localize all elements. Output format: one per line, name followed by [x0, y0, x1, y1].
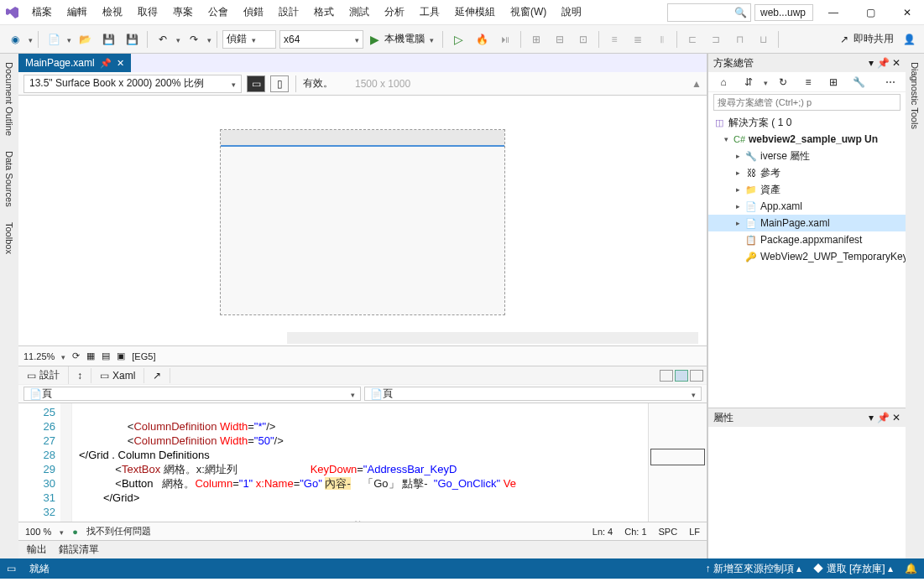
tree-item-mainpage-xaml[interactable]: ▸📄MainPage.xaml — [708, 215, 906, 231]
sync-dropdown[interactable] — [764, 76, 768, 88]
properties-header[interactable]: 屬性 ▾ 📌 ✕ — [708, 408, 906, 427]
solution-search-input[interactable] — [713, 94, 901, 111]
more-icon[interactable]: ⋯ — [880, 72, 901, 92]
menu-project[interactable]: 專案 — [166, 2, 200, 23]
tree-item-key[interactable]: 🔑WebView2_UWP_TemporaryKey — [708, 248, 906, 265]
chevron-right-icon[interactable]: ▸ — [733, 152, 742, 160]
toolbox-tab[interactable]: Toolbox — [3, 219, 16, 257]
menu-window[interactable]: 視窗(W) — [504, 2, 553, 23]
tree-project[interactable]: ▾C#webview2_sample_uwp Un — [708, 131, 906, 148]
zoom-value[interactable]: 11.25% — [23, 351, 55, 361]
menu-format[interactable]: 格式 — [307, 2, 341, 23]
code-editor[interactable]: 2526272829303132 <ColumnDefinition Width… — [18, 403, 707, 522]
chevron-right-icon[interactable]: ▸ — [733, 169, 742, 177]
align-b-button[interactable]: ≣ — [628, 29, 648, 49]
output-tab[interactable]: 輸出 — [27, 543, 47, 557]
menu-help[interactable]: 說明 — [555, 2, 588, 23]
home-icon[interactable]: ⌂ — [713, 72, 733, 92]
new-item-dropdown[interactable] — [67, 34, 71, 45]
refresh-icon[interactable]: ↻ — [773, 72, 793, 92]
new-item-button[interactable]: 📄 — [44, 29, 64, 49]
align-c-button[interactable]: ⫴ — [651, 29, 671, 49]
properties-icon[interactable]: 🔧 — [848, 72, 869, 92]
layout-horizontal-button[interactable] — [675, 370, 688, 382]
minimize-button[interactable]: — — [817, 0, 850, 25]
error-list-tab[interactable]: 錯誤清單 — [59, 543, 99, 557]
chevron-down-icon[interactable]: ▾ — [722, 135, 730, 143]
collapse-icon[interactable]: ≡ — [798, 72, 818, 92]
chevron-right-icon[interactable]: ▸ — [733, 202, 742, 210]
pin-icon[interactable]: 📌 — [877, 57, 890, 69]
save-all-button[interactable]: 💾 — [122, 29, 142, 49]
ch-label[interactable]: Ch: 1 — [624, 527, 646, 537]
layout-d-button[interactable]: ⊔ — [753, 29, 773, 49]
menu-tools[interactable]: 工具 — [413, 2, 446, 23]
undo-button[interactable]: ↶ — [153, 29, 173, 49]
stop-button[interactable]: ⏯ — [495, 29, 515, 49]
show-all-icon[interactable]: ⊞ — [823, 72, 843, 92]
editor-zoom[interactable]: 100 % — [25, 527, 51, 537]
nav-right-dropdown[interactable]: 📄 頁 — [364, 387, 702, 401]
layout-c-button[interactable]: ⊓ — [729, 29, 749, 49]
open-button[interactable]: 📂 — [75, 29, 95, 49]
tree-solution-root[interactable]: ◫解決方案 ( 1 0 — [708, 114, 906, 131]
undo-dropdown[interactable] — [176, 34, 180, 45]
lf-label[interactable]: LF — [689, 527, 700, 537]
menu-design[interactable]: 設計 — [272, 2, 305, 23]
quick-search[interactable]: 🔍 — [667, 3, 751, 22]
redo-button[interactable]: ↷ — [184, 29, 204, 49]
close-tab-icon[interactable]: ✕ — [117, 58, 124, 69]
tree-item-manifest[interactable]: 📋Package.appxmanifest — [708, 231, 906, 248]
scroll-up-button[interactable]: ▲ — [692, 78, 702, 90]
data-sources-tab[interactable]: Data Sources — [3, 148, 16, 210]
add-source-control-button[interactable]: ↑ 新增至來源控制項 ▴ — [706, 562, 802, 576]
menu-view[interactable]: 檢視 — [96, 2, 129, 23]
ln-label[interactable]: Ln: 4 — [593, 527, 613, 537]
menu-extensions[interactable]: 延伸模組 — [448, 2, 502, 23]
nav-back-dropdown[interactable] — [29, 34, 33, 45]
menu-public[interactable]: 公會 — [201, 2, 235, 23]
admin-icon[interactable]: 👤 — [899, 29, 919, 49]
spc-label[interactable]: SPC — [659, 527, 678, 537]
close-button[interactable]: ✕ — [890, 0, 924, 25]
menu-debug[interactable]: 偵錯 — [237, 2, 270, 23]
diagnostic-tools-tab[interactable]: Diagnostic Tools — [908, 59, 921, 132]
grid-b-icon[interactable]: ▤ — [102, 351, 110, 361]
menu-edit[interactable]: 編輯 — [60, 2, 94, 23]
project-name-label[interactable]: web...uwp — [754, 4, 813, 21]
layout-b-button[interactable]: ⊐ — [706, 29, 726, 49]
chevron-right-icon[interactable]: ▸ — [733, 185, 742, 194]
save-button[interactable]: 💾 — [98, 29, 118, 49]
dropdown-icon[interactable]: ▾ — [869, 57, 874, 69]
config-select[interactable]: 偵錯 — [222, 30, 276, 49]
layout-vertical-button[interactable] — [660, 370, 673, 382]
menu-file[interactable]: 檔案 — [25, 2, 59, 23]
minimap-viewport[interactable] — [650, 449, 705, 465]
start-debug-button[interactable]: ▶本機電腦 — [367, 30, 437, 49]
tree-item-properties[interactable]: ▸🔧iverse 屬性 — [708, 148, 906, 164]
orientation-landscape-button[interactable]: ▭ — [247, 75, 265, 92]
document-tab-mainpage[interactable]: MainPage.xaml 📌 ✕ — [18, 54, 131, 72]
pin-icon[interactable]: 📌 — [877, 412, 890, 423]
tree-item-references[interactable]: ▸⛓參考 — [708, 164, 906, 181]
artboard[interactable] — [220, 129, 505, 315]
redo-dropdown[interactable] — [207, 34, 211, 45]
menu-test[interactable]: 測試 — [342, 2, 376, 23]
code-content[interactable]: <ColumnDefinition Width="*"/> <ColumnDef… — [72, 403, 648, 522]
hot-reload-button[interactable]: 🔥 — [472, 29, 492, 49]
document-outline-tab[interactable]: Document Outline — [3, 59, 16, 139]
solution-explorer-header[interactable]: 方案總管 ▾ 📌 ✕ — [708, 54, 906, 72]
select-repo-button[interactable]: ◆ 選取 [存放庫] ▴ — [813, 562, 893, 576]
swap-panes-button[interactable]: ↕ — [69, 368, 91, 383]
design-canvas[interactable] — [18, 96, 707, 345]
pin-icon[interactable]: 📌 — [100, 58, 112, 69]
canvas-hscrollbar[interactable] — [287, 332, 698, 344]
sync-icon[interactable]: ⇵ — [739, 72, 759, 92]
nav-left-dropdown[interactable]: 📄 頁 — [23, 387, 361, 401]
platform-select[interactable]: x64 — [279, 30, 363, 49]
tool-b-button[interactable]: ⊟ — [550, 29, 570, 49]
notifications-icon[interactable]: 🔔 — [905, 563, 917, 574]
xaml-tab[interactable]: ▭ Xaml — [91, 368, 144, 383]
refresh-icon[interactable]: ⟳ — [72, 351, 80, 361]
grid-a-icon[interactable]: ▦ — [86, 351, 95, 361]
